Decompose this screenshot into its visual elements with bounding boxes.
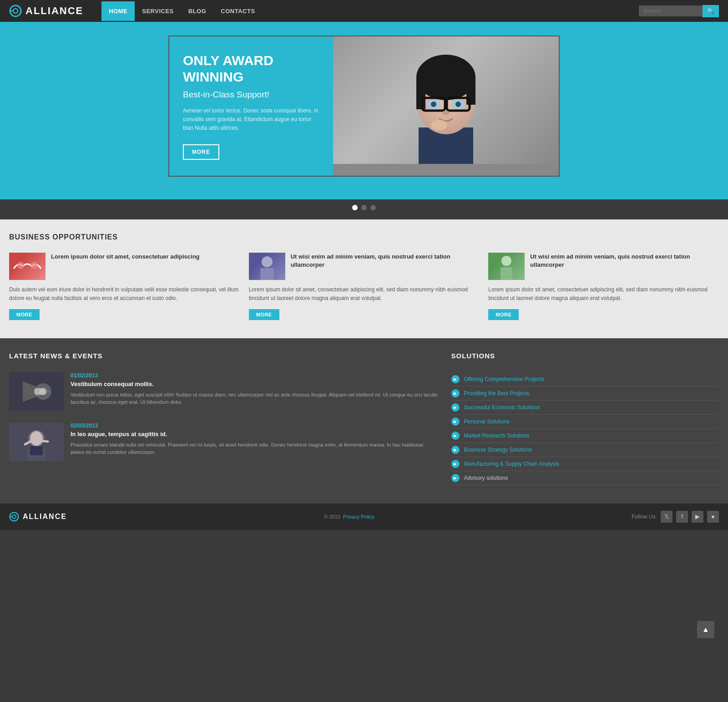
slider-dot-3[interactable]: [370, 205, 376, 210]
hero-description: Aenean vel tortor lectus. Donec soda con…: [183, 107, 319, 133]
logo-icon: [9, 5, 22, 17]
hero-figure-svg: [387, 36, 505, 164]
hero-title: ONLY AWARD WINNING: [183, 52, 319, 85]
biz-col-1: Lorem ipsum dolor sit amet, consectetuer…: [9, 253, 240, 320]
logo-area: ALLIANCE: [9, 5, 83, 17]
flickr-icon[interactable]: ●: [707, 511, 719, 523]
svg-point-22: [501, 256, 511, 266]
svg-point-37: [12, 515, 16, 519]
news-body-1: Vestibulum non purus tellus, eget suscip…: [71, 391, 438, 406]
svg-point-16: [442, 111, 450, 115]
news-body-2: Phasellus ornare blandit nulla vel vehic…: [71, 441, 438, 456]
news-image-1: [9, 372, 64, 411]
biz-more-1[interactable]: MORE: [9, 309, 40, 320]
footer-copyright: © 2013 Privacy Policy: [324, 514, 374, 519]
business-title: BUSINESS OPPORTUNITIES: [9, 233, 719, 241]
news-item-1: 01/02/2013 Vestibulum consequat mollis. …: [9, 372, 438, 411]
news-date-2: 02/03/2013: [71, 422, 438, 429]
youtube-icon[interactable]: ▶: [692, 511, 703, 523]
svg-point-32: [30, 431, 43, 446]
nav-services[interactable]: SERVICES: [135, 1, 181, 21]
solution-item-1[interactable]: ▶ Providing the Best Projects: [451, 387, 719, 401]
svg-rect-23: [500, 267, 512, 280]
hero-subtitle: Best-in-Class Support!: [183, 90, 319, 100]
news-date-1: 01/02/2013: [71, 372, 438, 379]
biz-body-2: Lorem ipsum dolor sit amet, consectetuer…: [249, 285, 480, 303]
solutions-heading: SOLUTIONS: [451, 352, 719, 363]
twitter-icon[interactable]: 𝕏: [661, 511, 672, 523]
search-input[interactable]: [639, 5, 703, 16]
solution-icon-0: ▶: [451, 375, 460, 383]
footer-logo-text: ALLIANCE: [23, 513, 67, 521]
biz-heading-2: Ut wisi enim ad minim veniam, quis nostr…: [291, 253, 480, 280]
svg-line-35: [41, 441, 48, 442]
solution-item-0[interactable]: ▶ Offering Comprehensive Projects: [451, 372, 719, 387]
biz-top-2: Ut wisi enim ad minim veniam, quis nostr…: [249, 253, 480, 280]
solution-icon-7: ▶: [451, 474, 460, 482]
svg-point-19: [30, 262, 38, 269]
biz-body-1: Duis autem vel eum iriure dolor in hendr…: [9, 285, 240, 303]
solution-item-6[interactable]: ▶ Manufacturing & Supply Chain Analysis: [451, 457, 719, 471]
biz-image-1: [9, 253, 46, 280]
svg-rect-7: [416, 77, 425, 109]
hero-inner: ONLY AWARD WINNING Best-in-Class Support…: [168, 36, 560, 177]
man-icon: [249, 253, 285, 280]
solution-icon-2: ▶: [451, 403, 460, 412]
woman-icon: [488, 253, 525, 280]
biz-col-3: Ut wisi enim ad minim veniam, quis nostr…: [488, 253, 719, 320]
hero-image: [333, 36, 559, 176]
svg-rect-28: [34, 388, 46, 395]
solution-label-3: Personal Solutions: [464, 418, 510, 425]
slider-dot-1[interactable]: [352, 205, 358, 210]
solution-item-4[interactable]: ▶ Market Research Solutions: [451, 429, 719, 443]
svg-point-20: [262, 256, 273, 267]
solutions-list: ▶ Offering Comprehensive Projects ▶ Prov…: [451, 372, 719, 485]
svg-point-18: [17, 262, 24, 269]
svg-point-1: [13, 9, 18, 13]
news-content-2: 02/03/2013 In leo augue, tempus at sagit…: [71, 422, 438, 461]
hero-more-button[interactable]: MORE: [183, 144, 219, 160]
biz-col-2: Ut wisi enim ad minim veniam, quis nostr…: [249, 253, 480, 320]
nav-blog[interactable]: BLOG: [181, 1, 214, 21]
news-column: LATEST NEWS & EVENTS 01/02/2013 Vestibul…: [9, 352, 438, 485]
solution-item-2[interactable]: ▶ Successful Economic Solutions: [451, 401, 719, 415]
solution-label-4: Market Research Solutions: [464, 432, 530, 439]
hero-content: ONLY AWARD WINNING Best-in-Class Support…: [169, 36, 333, 176]
biz-body-3: Lorem ipsum dolor sit amet, consectetuer…: [488, 285, 719, 303]
facebook-icon[interactable]: f: [676, 511, 688, 523]
news-title-2: In leo augue, tempus at sagittis id.: [71, 431, 438, 438]
biz-heading-3: Ut wisi enim ad minim veniam, quis nostr…: [530, 253, 719, 280]
handshake-icon: [9, 253, 46, 280]
svg-rect-8: [466, 77, 475, 105]
biz-top-3: Ut wisi enim ad minim veniam, quis nostr…: [488, 253, 719, 280]
news-image-2: [9, 422, 64, 461]
biz-top-1: Lorem ipsum dolor sit amet, consectetuer…: [9, 253, 240, 280]
logo-text: ALLIANCE: [25, 5, 83, 17]
solution-label-7: Advisory solutions: [464, 475, 508, 481]
hero-section: ONLY AWARD WINNING Best-in-Class Support…: [0, 22, 728, 199]
biz-image-3: [488, 253, 525, 280]
business-section: BUSINESS OPPORTUNITIES Lorem ipsum dolor…: [0, 219, 728, 338]
news-thumb-2: [9, 422, 64, 461]
nav: HOME SERVICES BLOG CONTACTS: [101, 1, 639, 21]
news-item-2: 02/03/2013 In leo augue, tempus at sagit…: [9, 422, 438, 461]
solution-item-3[interactable]: ▶ Personal Solutions: [451, 415, 719, 429]
solution-label-6: Manufacturing & Supply Chain Analysis: [464, 461, 559, 467]
biz-more-3[interactable]: MORE: [488, 309, 519, 320]
biz-more-2[interactable]: MORE: [249, 309, 279, 320]
solution-item-7[interactable]: ▶ Advisory solutions: [451, 471, 719, 485]
search-area: 🔍: [639, 5, 719, 17]
solution-icon-6: ▶: [451, 460, 460, 468]
solution-item-5[interactable]: ▶ Business Strategy Solutions: [451, 443, 719, 457]
solution-icon-3: ▶: [451, 417, 460, 426]
slider-dots: [0, 199, 728, 219]
search-button[interactable]: 🔍: [703, 5, 719, 17]
hero-image-placeholder: [333, 36, 559, 164]
solution-icon-5: ▶: [451, 446, 460, 454]
slider-dot-2[interactable]: [361, 205, 367, 210]
nav-contacts[interactable]: CONTACTS: [213, 1, 262, 21]
news-content-1: 01/02/2013 Vestibulum consequat mollis. …: [71, 372, 438, 411]
biz-heading-1: Lorem ipsum dolor sit amet, consectetuer…: [51, 253, 200, 280]
privacy-policy-link[interactable]: Privacy Policy: [343, 514, 374, 519]
nav-home[interactable]: HOME: [101, 1, 135, 21]
